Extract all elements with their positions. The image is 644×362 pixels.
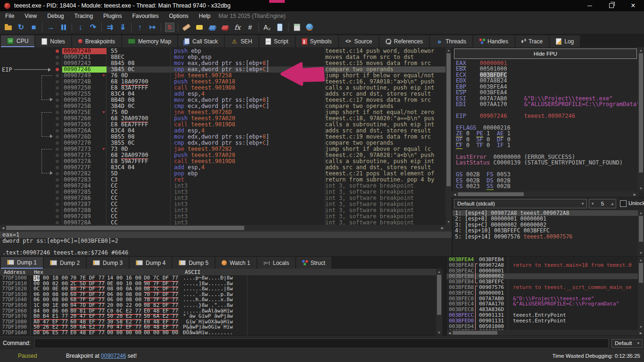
scroll-down-arrow[interactable]: ▼: [446, 219, 452, 225]
execute-till-return-button[interactable]: ↑: [133, 21, 146, 33]
argument-row[interactable]: 5: [esp+14] 00907576 teeest.00907576: [453, 234, 638, 239]
run-button[interactable]: →: [44, 21, 57, 33]
stack-row[interactable]: 003BFEBC00000001: [446, 290, 638, 296]
disasm-vertical-scrollbar[interactable]: ▲ ▼: [446, 47, 452, 225]
tab-dump-4[interactable]: Dump 4: [130, 257, 172, 269]
tab-dump-2[interactable]: Dump 2: [44, 257, 86, 269]
command-script-select[interactable]: Default ▼: [611, 339, 643, 348]
stack-vertical-scrollbar[interactable]: ▲ ▼: [638, 257, 644, 330]
stack-row[interactable]: 003BFED000901131teeest.EntryPoint: [446, 318, 638, 324]
scroll-down-arrow[interactable]: ▼: [638, 250, 644, 256]
register-line[interactable]: EDI 007AA170 &"ALLUSERSPROFILE=C:\\Progr…: [456, 101, 637, 107]
stack-row[interactable]: 003BFEAC00000001: [446, 268, 638, 274]
menu-tracing[interactable]: Tracing: [69, 11, 99, 20]
tab-call-stack[interactable]: Call Stack: [178, 35, 224, 47]
open-file-button[interactable]: [2, 21, 15, 33]
register-line[interactable]: EBX 00501000: [456, 66, 637, 72]
stack-row[interactable]: 003BFEC8483A836D: [446, 307, 638, 313]
step-into-button[interactable]: ↓: [74, 21, 87, 33]
font-button[interactable]: A₂: [261, 21, 273, 33]
patch-button[interactable]: [180, 21, 193, 33]
calculator-button[interactable]: [290, 21, 303, 33]
tab-trace[interactable]: Trace: [515, 35, 549, 47]
menu-plugins[interactable]: Plugins: [98, 11, 127, 20]
tab-dump-1[interactable]: Dump 1: [1, 257, 43, 269]
stack-row[interactable]: 003BFEB000000002: [446, 273, 638, 279]
scroll-down-arrow[interactable]: ▼: [638, 324, 644, 330]
registers-horizontal-scrollbar[interactable]: ◀ ▶: [452, 191, 638, 197]
scrollbar-thumb[interactable]: [453, 331, 497, 335]
scrollbar-thumb[interactable]: [437, 275, 441, 315]
tab-watch-1[interactable]: Watch 1: [215, 257, 256, 269]
restart-button[interactable]: ↻: [15, 21, 27, 33]
dump-vertical-scrollbar[interactable]: ▲ ▼: [436, 269, 442, 336]
menu-favourites[interactable]: Favourites: [127, 11, 164, 20]
minimize-button[interactable]: [579, 0, 601, 11]
scroll-up-arrow[interactable]: ▲: [446, 47, 452, 53]
tab-source[interactable]: Source: [339, 35, 379, 47]
tab-cpu[interactable]: CPU: [1, 35, 34, 47]
tab-references[interactable]: References: [380, 35, 429, 47]
scrollbar-thumb[interactable]: [639, 216, 643, 242]
comment-button[interactable]: [193, 21, 206, 33]
scroll-right-arrow[interactable]: ▶: [638, 330, 644, 336]
register-line[interactable]: CS 0023 SS 002B: [456, 183, 637, 189]
register-line[interactable]: LastStatus C0000139 (STATUS_ENTRYPOINT_N…: [456, 160, 637, 165]
arguments-vertical-scrollbar[interactable]: ▲ ▼: [638, 210, 644, 256]
tab-memory-map[interactable]: Memory Map: [122, 35, 177, 47]
registers-vertical-scrollbar[interactable]: ▲ ▼: [638, 47, 644, 191]
scroll-up-arrow[interactable]: ▲: [436, 269, 442, 275]
scroll-right-arrow[interactable]: ▶: [439, 225, 446, 231]
pause-button[interactable]: [57, 21, 70, 33]
tab-symbols[interactable]: Symbols: [296, 35, 338, 47]
dump-row[interactable]: 77DF1070B0 B4 E1 7720 47 EF 7750 20 E2 7…: [0, 313, 436, 319]
trace-over-button[interactable]: ⇉: [104, 21, 116, 33]
hide-fpu-button[interactable]: Hide FPU: [454, 49, 637, 59]
breakpoint-dot[interactable]: [56, 49, 59, 53]
tab-handles[interactable]: Handles: [473, 35, 514, 47]
scrollbar-thumb[interactable]: [639, 53, 643, 173]
scroll-down-arrow[interactable]: ▼: [638, 185, 644, 191]
label-button[interactable]: [206, 21, 218, 33]
stack-row[interactable]: 003BFEC4007AA170&"ALLUSERSPROFILE=C:\\Pr…: [446, 301, 638, 307]
tab-seh[interactable]: SEH: [225, 35, 258, 47]
stack-horizontal-scrollbar[interactable]: ◀ ▶: [446, 330, 644, 336]
tab-breakpoints[interactable]: Breakpoints: [72, 35, 121, 47]
disasm-horizontal-scrollbar[interactable]: ◀ ▶: [0, 225, 446, 231]
run-to-user-code-button[interactable]: ↦: [146, 21, 159, 33]
menu-help[interactable]: Help: [194, 11, 216, 20]
scrollbar-thumb[interactable]: [639, 263, 643, 283]
globe-button[interactable]: [303, 21, 316, 33]
breakpoint-dot[interactable]: [56, 68, 59, 71]
stack-row[interactable]: 003BFED400501000: [446, 324, 638, 329]
scrollbar-thumb[interactable]: [446, 53, 451, 186]
stop-button[interactable]: ■: [27, 21, 40, 33]
scrollbar-thumb[interactable]: [6, 226, 244, 230]
menu-file[interactable]: File: [0, 11, 19, 20]
restore-button[interactable]: [601, 0, 622, 11]
tab-log[interactable]: Log: [550, 35, 580, 47]
stack-row[interactable]: 003BFECC00901131teeest.EntryPoint: [446, 313, 638, 318]
tab-dump-3[interactable]: Dump 3: [87, 257, 129, 269]
stack-row[interactable]: 003BFEC0007A7AB0&"D:\\Project\\teeest.ex…: [446, 296, 638, 302]
tab-dump-5[interactable]: Dump 5: [173, 257, 215, 269]
disasm-row[interactable]: 0090728ACCint3int 3, software breakpoint: [0, 220, 446, 225]
step-out-button[interactable]: ⇓: [116, 21, 129, 33]
scroll-down-arrow[interactable]: ▼: [436, 329, 442, 336]
calling-convention-select[interactable]: Default (stdcall) ▼: [454, 199, 587, 208]
scroll-left-arrow[interactable]: ◀: [0, 225, 6, 231]
scroll-left-arrow[interactable]: ◀: [446, 330, 453, 336]
stack-rows[interactable]: 003BFEA4003BFEB4003BFEA8009072A8return t…: [446, 257, 638, 330]
skip-button[interactable]: [163, 21, 176, 33]
command-input[interactable]: [34, 338, 609, 348]
scroll-up-arrow[interactable]: ▲: [638, 47, 644, 53]
hash-button[interactable]: #: [244, 21, 256, 33]
bookmark-button[interactable]: [218, 21, 231, 33]
function-button[interactable]: fx: [231, 21, 244, 33]
close-button[interactable]: ×: [622, 0, 644, 11]
menu-options[interactable]: Options: [164, 11, 193, 20]
stack-row[interactable]: 003BFEB800907576return to teeest.__scrt_…: [446, 285, 638, 290]
register-line[interactable]: CF 0 TF 0 IF 1: [456, 142, 637, 148]
tab-locals[interactable]: Locals: [257, 257, 296, 269]
tab-struct[interactable]: Struct: [296, 257, 331, 269]
